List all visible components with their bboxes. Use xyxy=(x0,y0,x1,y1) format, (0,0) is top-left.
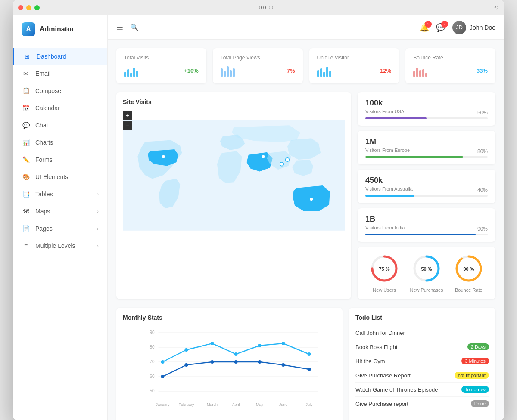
stat-label: Bounce Rate xyxy=(413,55,488,61)
progress-percent: 50% xyxy=(477,110,488,116)
circle-label: Bounce Rate xyxy=(454,287,484,293)
topbar-right: 🔔 3 💬 7 JD John Doe xyxy=(420,21,495,34)
main-content: Total Visits +10% xyxy=(108,40,504,420)
svg-point-40 xyxy=(185,363,188,367)
sidebar-item-label: Maps xyxy=(35,208,50,215)
todo-badge: 2 Days xyxy=(467,343,489,350)
zoom-out-button[interactable]: − xyxy=(123,121,132,130)
progress-fill xyxy=(365,117,427,119)
hamburger-button[interactable]: ☰ xyxy=(116,23,123,32)
todo-card: Todo List Call John for Dinner Book Boss… xyxy=(349,308,495,420)
svg-point-1 xyxy=(280,162,284,166)
svg-text:July: July xyxy=(305,402,313,407)
stat-label: Total Visits xyxy=(124,55,199,61)
sidebar-item-chat[interactable]: 💬 Chat xyxy=(13,117,107,134)
zoom-controls: + − xyxy=(123,111,132,130)
svg-point-32 xyxy=(161,360,165,364)
sidebar-item-compose[interactable]: 📋 Compose xyxy=(13,82,107,99)
stat-card-bounce-rate: Bounce Rate 33% xyxy=(405,48,495,83)
stat-change: +10% xyxy=(184,68,199,74)
visitor-card-usa: 100k Visitors From USA 50% xyxy=(358,92,495,126)
svg-text:60: 60 xyxy=(150,374,155,379)
todo-item[interactable]: Give Purchase Report not important xyxy=(355,368,489,383)
stat-card-unique-visitor: Unique Visitor -12% xyxy=(309,48,399,83)
bar xyxy=(425,73,427,77)
notification-bell-button[interactable]: 🔔 3 xyxy=(420,23,429,32)
stats-row: Total Visits +10% xyxy=(116,48,495,83)
user-menu[interactable]: JD John Doe xyxy=(452,21,495,34)
maps-icon: 🗺 xyxy=(22,207,30,216)
sidebar-item-tables[interactable]: 📑 Tables › xyxy=(13,185,107,203)
bar xyxy=(233,68,235,77)
stat-body: -7% xyxy=(221,64,295,77)
todo-item[interactable]: Call John for Dinner xyxy=(355,326,489,340)
visitor-label: Visitors From India xyxy=(365,225,488,230)
todo-text: Give Purchase report xyxy=(355,401,408,407)
todo-badge: Tomorrow xyxy=(461,386,489,393)
sidebar-item-dashboard[interactable]: ⊞ Dashboard xyxy=(13,48,107,65)
sidebar-item-label: UI Elements xyxy=(35,173,68,180)
progress-bar: 50% xyxy=(365,117,488,119)
bar xyxy=(413,71,415,77)
mini-bar-chart xyxy=(221,64,235,77)
refresh-button[interactable]: ↻ xyxy=(494,4,499,11)
message-badge: 7 xyxy=(441,21,448,28)
sidebar-item-calendar[interactable]: 📅 Calendar xyxy=(13,99,107,117)
sidebar-item-ui-elements[interactable]: 🎨 UI Elements xyxy=(13,168,107,185)
todo-item[interactable]: Book Boss Flight 2 Days xyxy=(355,340,489,354)
bar xyxy=(320,68,322,77)
todo-item[interactable]: Hit the Gym 3 Minutes xyxy=(355,354,489,368)
bar xyxy=(230,70,232,77)
search-button[interactable]: 🔍 xyxy=(130,23,139,31)
circle-label: New Users xyxy=(369,287,399,293)
ui-elements-icon: 🎨 xyxy=(22,173,30,181)
svg-text:50: 50 xyxy=(150,389,155,393)
sidebar-item-pages[interactable]: 📄 Pages › xyxy=(13,220,107,237)
bar xyxy=(323,72,325,77)
svg-text:70: 70 xyxy=(150,359,155,364)
todo-text: Book Boss Flight xyxy=(355,344,398,350)
progress-fill xyxy=(365,195,414,197)
visitor-stats-sidebar: 100k Visitors From USA 50% 1M Visitors F… xyxy=(358,92,495,299)
svg-point-5 xyxy=(286,158,290,162)
close-button[interactable] xyxy=(18,5,23,10)
zoom-in-button[interactable]: + xyxy=(123,111,132,120)
todo-item[interactable]: Give Purchase report Done xyxy=(355,397,489,411)
todo-item[interactable]: Watch Game of Thrones Episode Tomorrow xyxy=(355,383,489,397)
svg-point-38 xyxy=(308,352,311,356)
visitor-count: 1B xyxy=(365,215,488,224)
bar xyxy=(130,73,132,77)
todo-badge: Done xyxy=(471,400,489,407)
titlebar: 0.0.0.0 ↻ xyxy=(13,0,504,15)
bottom-section: Monthly Stats 90 80 70 60 50 xyxy=(116,308,495,420)
stat-change: -12% xyxy=(378,68,391,74)
todo-text: Call John for Dinner xyxy=(355,330,405,336)
sidebar-item-email[interactable]: ✉ Email xyxy=(13,65,107,82)
line-chart: 90 80 70 60 50 xyxy=(123,326,336,412)
stat-change: 33% xyxy=(477,68,488,74)
sidebar-item-maps[interactable]: 🗺 Maps › xyxy=(13,203,107,220)
circle-stat-bounce-rate: 90 % Bounce Rate xyxy=(454,253,484,293)
visitor-label: Visitors From Europe xyxy=(365,148,488,153)
sidebar-item-label: Tables xyxy=(35,191,53,198)
sidebar-item-charts[interactable]: 📊 Charts xyxy=(13,134,107,151)
chevron-right-icon: › xyxy=(97,226,99,231)
bar xyxy=(227,66,229,77)
sidebar-item-forms[interactable]: ✏️ Forms xyxy=(13,151,107,168)
maximize-button[interactable] xyxy=(34,5,40,10)
stat-body: 33% xyxy=(413,64,488,77)
middle-section: Site Visits + − xyxy=(116,92,495,299)
stat-body: +10% xyxy=(124,64,199,77)
chart-title: Monthly Stats xyxy=(123,314,336,321)
sidebar-item-label: Pages xyxy=(35,225,53,232)
minimize-button[interactable] xyxy=(26,5,31,10)
message-notification-button[interactable]: 💬 7 xyxy=(436,23,445,32)
traffic-lights xyxy=(18,5,40,10)
pages-icon: 📄 xyxy=(22,224,30,233)
bar xyxy=(326,67,328,77)
visitor-label: Visitors From Australia xyxy=(365,186,488,191)
todo-text: Hit the Gym xyxy=(355,358,385,364)
app-window: 0.0.0.0 ↻ A Adminator ⊞ Dashboard ✉ Emai… xyxy=(13,0,504,420)
sidebar-item-multiple-levels[interactable]: ≡ Multiple Levels › xyxy=(13,237,107,254)
chevron-right-icon: › xyxy=(97,243,99,248)
